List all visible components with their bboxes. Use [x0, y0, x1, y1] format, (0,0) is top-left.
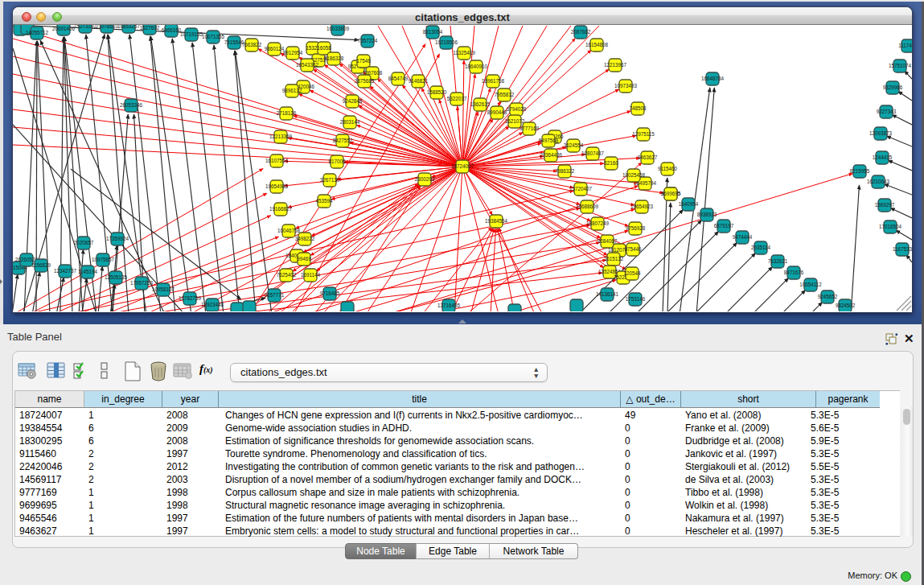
svg-text:7986322: 7986322	[555, 168, 575, 174]
svg-text:9146821: 9146821	[409, 78, 429, 84]
svg-text:9242848: 9242848	[343, 98, 363, 104]
svg-text:16154808: 16154808	[585, 42, 609, 47]
svg-text:3624554: 3624554	[564, 142, 584, 148]
svg-text:9474444: 9474444	[733, 234, 753, 240]
svg-text:8454749: 8454749	[388, 76, 409, 81]
svg-text:16543362: 16543362	[296, 62, 319, 68]
svg-text:16648784: 16648784	[701, 76, 725, 81]
svg-text:12213967: 12213967	[604, 62, 627, 68]
svg-text:7955812: 7955812	[495, 92, 515, 97]
svg-text:62160: 62160	[604, 160, 618, 166]
svg-text:7625402: 7625402	[277, 272, 297, 278]
svg-text:9824502: 9824502	[836, 303, 856, 308]
svg-text:9115460: 9115460	[658, 166, 678, 171]
svg-text:1615132: 1615132	[604, 256, 624, 262]
svg-text:8186328: 8186328	[324, 56, 344, 61]
svg-text:17546: 17546	[356, 58, 371, 64]
svg-text:16782759: 16782759	[179, 295, 202, 301]
svg-text:17016504: 17016504	[879, 224, 902, 229]
svg-text:1588520: 1588520	[427, 89, 447, 95]
svg-text:12213369: 12213369	[269, 134, 293, 139]
svg-text:1362615: 1362615	[470, 101, 491, 107]
svg-text:8912954: 8912954	[283, 50, 303, 56]
svg-text:16058: 16058	[317, 45, 331, 51]
svg-text:20364436: 20364436	[540, 152, 563, 158]
svg-text:10973493: 10973493	[614, 83, 638, 89]
svg-text:817006: 817006	[328, 159, 346, 164]
svg-text:10671355: 10671355	[202, 34, 225, 39]
svg-text:19218506: 19218506	[435, 39, 458, 45]
svg-text:2718126: 2718126	[277, 110, 297, 116]
svg-text:6497568: 6497568	[539, 138, 559, 143]
svg-text:16210643: 16210643	[867, 179, 890, 184]
svg-text:3498222: 3498222	[295, 236, 315, 241]
svg-text:453594: 453594	[315, 198, 333, 204]
svg-text:8471676: 8471676	[784, 270, 804, 275]
svg-text:17359924: 17359924	[106, 236, 129, 241]
svg-text:16107554: 16107554	[265, 158, 289, 163]
svg-text:2300293: 2300293	[415, 176, 435, 182]
svg-text:9896132: 9896132	[282, 88, 302, 93]
svg-text:10046758: 10046758	[277, 228, 301, 233]
svg-text:9860124: 9860124	[265, 46, 285, 51]
svg-text:14136141: 14136141	[596, 291, 619, 297]
svg-text:7632621: 7632621	[768, 258, 788, 264]
svg-text:9084067: 9084067	[598, 238, 618, 244]
svg-text:15273192: 15273192	[74, 25, 97, 29]
svg-text:1145194: 1145194	[78, 269, 98, 274]
svg-text:2935114: 2935114	[751, 245, 771, 250]
svg-text:10975857: 10975857	[92, 257, 115, 262]
svg-text:7663822: 7663822	[242, 42, 262, 47]
svg-text:19384554: 19384554	[485, 218, 508, 224]
svg-text:16961758: 16961758	[482, 78, 505, 84]
svg-text:15720407: 15720407	[569, 186, 593, 192]
svg-text:975446: 975446	[624, 246, 642, 252]
svg-text:1640954: 1640954	[679, 201, 699, 207]
svg-text:10688609: 10688609	[576, 204, 599, 209]
svg-text:12093873: 12093873	[869, 130, 893, 136]
svg-text:10025458: 10025458	[622, 172, 646, 178]
svg-text:1691144: 1691144	[301, 272, 321, 278]
svg-text:10853257: 10853257	[117, 25, 141, 29]
svg-text:9463627: 9463627	[638, 154, 658, 160]
svg-text:8990448: 8990448	[487, 109, 507, 115]
svg-text:3875685: 3875685	[355, 78, 375, 84]
svg-text:11325419: 11325419	[453, 50, 475, 56]
svg-text:6794028: 6794028	[507, 106, 527, 112]
svg-text:1167533: 1167533	[893, 246, 912, 252]
svg-text:9329966: 9329966	[883, 84, 903, 90]
svg-text:8427552: 8427552	[333, 138, 353, 143]
svg-text:18724007: 18724007	[451, 163, 474, 169]
svg-text:10654112: 10654112	[799, 282, 822, 287]
svg-text:12923448: 12923448	[201, 302, 224, 307]
svg-text:19166827: 19166827	[269, 206, 293, 212]
svg-text:1621072: 1621072	[505, 118, 525, 124]
svg-text:18640910: 18640910	[465, 64, 488, 69]
svg-text:21078510: 21078510	[96, 25, 119, 29]
svg-text:26053346: 26053346	[120, 102, 143, 108]
svg-text:8813054: 8813054	[423, 29, 443, 35]
svg-text:10958107: 10958107	[152, 286, 175, 292]
svg-text:3267130: 3267130	[320, 177, 340, 183]
svg-text:10719155: 10719155	[180, 31, 203, 37]
svg-text:2020657: 2020657	[74, 240, 94, 245]
svg-text:9716485: 9716485	[320, 290, 340, 296]
svg-text:99469: 99469	[297, 256, 311, 262]
svg-text:8215955: 8215955	[850, 168, 870, 174]
svg-text:2803144: 2803144	[340, 119, 360, 125]
svg-text:5322037: 5322037	[447, 96, 467, 101]
svg-text:12975115: 12975115	[632, 131, 655, 137]
svg-text:6466160: 6466160	[162, 27, 182, 33]
svg-text:18807249: 18807249	[586, 220, 610, 226]
svg-text:15751074: 15751074	[889, 63, 912, 68]
svg-text:19654985: 19654985	[265, 183, 289, 189]
svg-text:9227343: 9227343	[877, 109, 897, 114]
svg-text:1156829: 1156829	[31, 262, 51, 268]
svg-text:9777169: 9777169	[519, 126, 540, 131]
svg-text:120544: 120544	[623, 270, 641, 276]
svg-text:12505135: 12505135	[105, 274, 128, 280]
svg-text:748508: 748508	[629, 105, 647, 111]
svg-text:9699695: 9699695	[661, 191, 681, 196]
svg-text:2087682: 2087682	[571, 29, 591, 35]
svg-text:7357224: 7357224	[358, 38, 378, 43]
